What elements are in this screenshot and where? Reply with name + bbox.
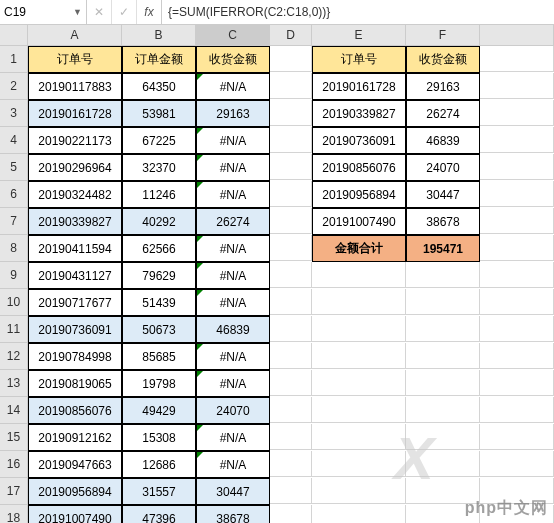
main-id-8[interactable]: 20190431127: [28, 262, 122, 289]
main-amt-10[interactable]: 50673: [122, 316, 196, 343]
cell-E18[interactable]: [312, 505, 406, 523]
cell-E9[interactable]: [312, 262, 406, 288]
main-recv-13[interactable]: 24070: [196, 397, 270, 424]
side-recv-1[interactable]: 29163: [406, 73, 480, 100]
main-amt-6[interactable]: 40292: [122, 208, 196, 235]
cell-D17[interactable]: [270, 478, 312, 504]
side-recv-2[interactable]: 26274: [406, 100, 480, 127]
main-id-11[interactable]: 20190784998: [28, 343, 122, 370]
main-amt-3[interactable]: 67225: [122, 127, 196, 154]
row-header-5[interactable]: 5: [0, 154, 28, 181]
main-id-5[interactable]: 20190324482: [28, 181, 122, 208]
col-header-F[interactable]: F: [406, 25, 480, 46]
cell-E15[interactable]: [312, 424, 406, 450]
select-all-corner[interactable]: [0, 25, 28, 46]
cell-fill-4[interactable]: [480, 127, 554, 153]
cell-D5[interactable]: [270, 154, 312, 180]
main-amt-8[interactable]: 79629: [122, 262, 196, 289]
cell-fill-7[interactable]: [480, 208, 554, 234]
main-amt-15[interactable]: 12686: [122, 451, 196, 478]
main-recv-2[interactable]: 29163: [196, 100, 270, 127]
main-id-13[interactable]: 20190856076: [28, 397, 122, 424]
col-header-A[interactable]: A: [28, 25, 122, 46]
cell-D13[interactable]: [270, 370, 312, 396]
row-header-14[interactable]: 14: [0, 397, 28, 424]
main-id-10[interactable]: 20190736091: [28, 316, 122, 343]
formula-input[interactable]: {=SUM(IFERROR(C2:C18,0))}: [162, 0, 554, 24]
cell-D10[interactable]: [270, 289, 312, 315]
side-recv-6[interactable]: 38678: [406, 208, 480, 235]
main-recv-10[interactable]: 46839: [196, 316, 270, 343]
row-header-10[interactable]: 10: [0, 289, 28, 316]
main-recv-11[interactable]: #N/A: [196, 343, 270, 370]
main-amt-1[interactable]: 64350: [122, 73, 196, 100]
main-id-14[interactable]: 20190912162: [28, 424, 122, 451]
side-id-2[interactable]: 20190339827: [312, 100, 406, 127]
cell-D7[interactable]: [270, 208, 312, 234]
side-recv-5[interactable]: 30447: [406, 181, 480, 208]
main-amt-5[interactable]: 11246: [122, 181, 196, 208]
cell-F10[interactable]: [406, 289, 480, 315]
side-recv-3[interactable]: 46839: [406, 127, 480, 154]
main-id-2[interactable]: 20190161728: [28, 100, 122, 127]
main-recv-5[interactable]: #N/A: [196, 181, 270, 208]
cell-fill-8[interactable]: [480, 235, 554, 261]
main-recv-7[interactable]: #N/A: [196, 235, 270, 262]
main-recv-3[interactable]: #N/A: [196, 127, 270, 154]
row-header-16[interactable]: 16: [0, 451, 28, 478]
col-header-B[interactable]: B: [122, 25, 196, 46]
cell-E17[interactable]: [312, 478, 406, 504]
main-recv-12[interactable]: #N/A: [196, 370, 270, 397]
main-amt-4[interactable]: 32370: [122, 154, 196, 181]
cell-E13[interactable]: [312, 370, 406, 396]
cell-D1[interactable]: [270, 46, 312, 72]
name-box-dropdown-icon[interactable]: ▼: [73, 7, 82, 17]
fx-icon[interactable]: fx: [137, 0, 162, 24]
side-id-3[interactable]: 20190736091: [312, 127, 406, 154]
row-header-4[interactable]: 4: [0, 127, 28, 154]
cell-fill-9[interactable]: [480, 262, 554, 288]
main-id-4[interactable]: 20190296964: [28, 154, 122, 181]
main-id-15[interactable]: 20190947663: [28, 451, 122, 478]
cell-fill-14[interactable]: [480, 397, 554, 423]
cell-F15[interactable]: [406, 424, 480, 450]
main-recv-6[interactable]: 26274: [196, 208, 270, 235]
cell-D12[interactable]: [270, 343, 312, 369]
cell-D15[interactable]: [270, 424, 312, 450]
main-amt-7[interactable]: 62566: [122, 235, 196, 262]
cell-fill-13[interactable]: [480, 370, 554, 396]
main-amt-9[interactable]: 51439: [122, 289, 196, 316]
row-header-6[interactable]: 6: [0, 181, 28, 208]
spreadsheet-grid[interactable]: ABCDEF1订单号订单金额收货金额订单号收货金额220190117883643…: [0, 25, 554, 523]
main-id-12[interactable]: 20190819065: [28, 370, 122, 397]
main-id-6[interactable]: 20190339827: [28, 208, 122, 235]
cell-F9[interactable]: [406, 262, 480, 288]
row-header-18[interactable]: 18: [0, 505, 28, 523]
main-recv-14[interactable]: #N/A: [196, 424, 270, 451]
side-id-5[interactable]: 20190956894: [312, 181, 406, 208]
main-recv-1[interactable]: #N/A: [196, 73, 270, 100]
side-id-4[interactable]: 20190856076: [312, 154, 406, 181]
cell-D14[interactable]: [270, 397, 312, 423]
cell-F11[interactable]: [406, 316, 480, 342]
main-amt-2[interactable]: 53981: [122, 100, 196, 127]
cell-fill-12[interactable]: [480, 343, 554, 369]
main-id-1[interactable]: 20190117883: [28, 73, 122, 100]
cell-fill-2[interactable]: [480, 73, 554, 99]
cell-fill-10[interactable]: [480, 289, 554, 315]
side-header-1[interactable]: 收货金额: [406, 46, 480, 73]
name-box[interactable]: C19 ▼: [0, 0, 87, 24]
cell-D6[interactable]: [270, 181, 312, 207]
side-recv-4[interactable]: 24070: [406, 154, 480, 181]
cell-F12[interactable]: [406, 343, 480, 369]
row-header-2[interactable]: 2: [0, 73, 28, 100]
cell-fill-11[interactable]: [480, 316, 554, 342]
main-amt-11[interactable]: 85685: [122, 343, 196, 370]
row-header-8[interactable]: 8: [0, 235, 28, 262]
main-recv-8[interactable]: #N/A: [196, 262, 270, 289]
cell-fill-3[interactable]: [480, 100, 554, 126]
main-recv-9[interactable]: #N/A: [196, 289, 270, 316]
cell-E14[interactable]: [312, 397, 406, 423]
cell-D18[interactable]: [270, 505, 312, 523]
cell-E10[interactable]: [312, 289, 406, 315]
